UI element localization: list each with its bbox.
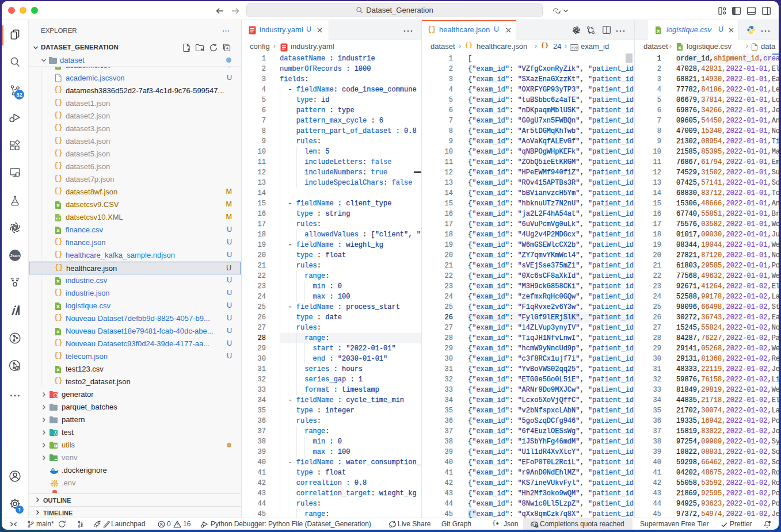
svg-text:Json: Json [10,253,20,258]
